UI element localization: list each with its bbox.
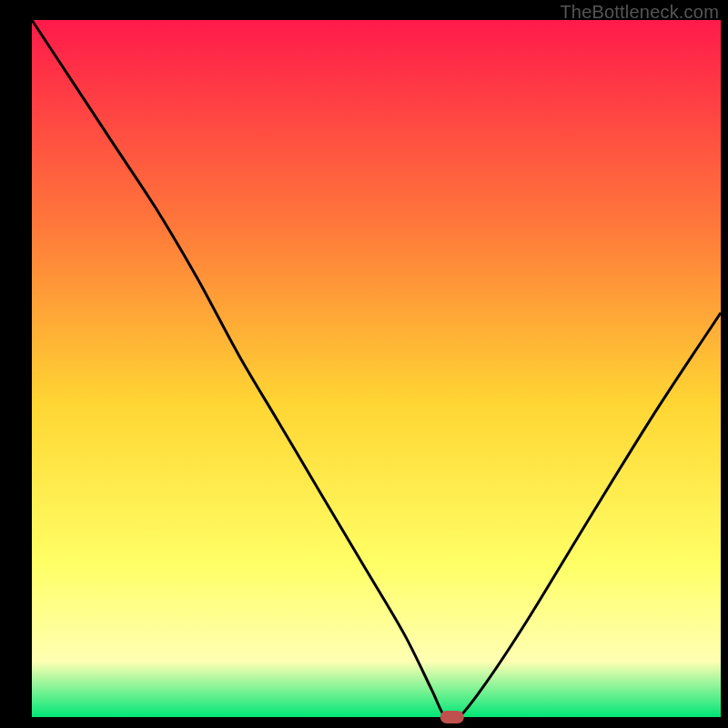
bottleneck-chart [0, 0, 728, 728]
chart-plot-area [32, 20, 721, 717]
attribution-label: TheBottleneck.com [560, 2, 719, 23]
optimal-marker [440, 711, 464, 723]
